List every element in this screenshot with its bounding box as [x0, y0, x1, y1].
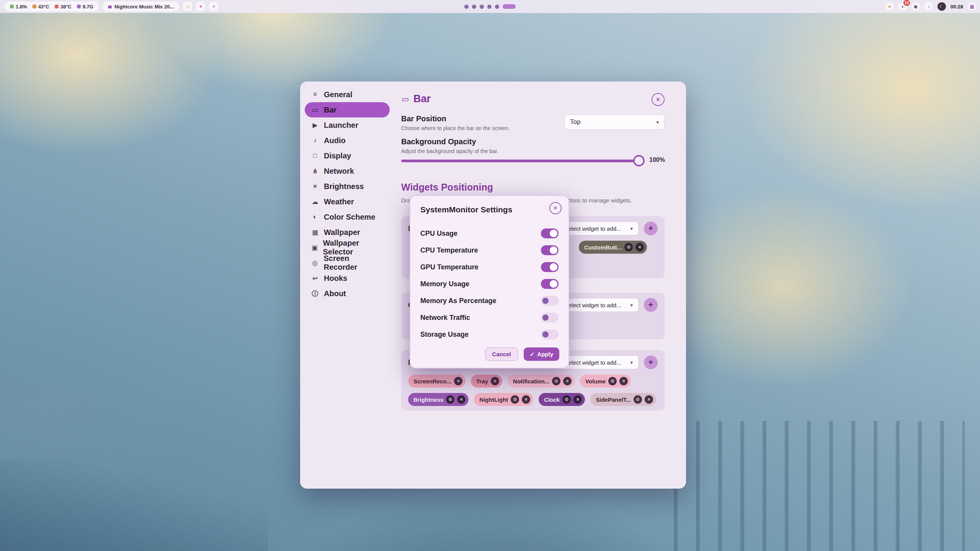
widget-chip[interactable]: SidePanelT... ⚙ ×	[590, 393, 656, 406]
widget-chip[interactable]: Brightness ⚙ ×	[408, 393, 469, 406]
sidebar-item-wallpaper-selector[interactable]: ▣ Wallpaper Selector	[305, 240, 390, 255]
widget-settings-icon[interactable]: ⚙	[624, 243, 633, 251]
widget-settings-icon[interactable]: ⚙	[511, 395, 519, 404]
media-player-widget[interactable]: ▮▮ Nightcore Music Mix 20...	[103, 2, 179, 11]
volume-icon[interactable]: ♪	[924, 2, 933, 11]
widget-chip[interactable]: Tray ×	[471, 375, 502, 388]
smiley-quick-icon[interactable]: ☺	[183, 2, 192, 11]
widget-chip[interactable]: CustomButt... ⚙ ×	[579, 241, 647, 254]
sidebar-item-network[interactable]: ⋔ Network	[305, 163, 390, 179]
settings-sidebar: ≡ General ▭ Bar ▶ Launcher ♪ Audio □ Dis…	[305, 87, 390, 301]
opacity-slider-thumb[interactable]	[633, 155, 645, 166]
widget-settings-icon[interactable]: ⚙	[552, 377, 560, 385]
background-opacity-description: Adjust the background opacity of the bar…	[401, 148, 665, 154]
bar-icon: ▭	[401, 95, 410, 104]
heart2-quick-icon[interactable]: ♥	[209, 2, 218, 11]
sidebar-item-hooks[interactable]: ↩ Hooks	[305, 271, 390, 286]
sidebar-item-screen-recorder[interactable]: ◎ Screen Recorder	[305, 255, 390, 271]
bar-position-select[interactable]: Top ▾	[564, 114, 665, 130]
widgets-positioning-title: Widgets Positioning	[401, 182, 493, 193]
widget-settings-icon[interactable]: ⚙	[562, 395, 571, 404]
system-stats-module[interactable]: 1.8% 43°C 38°C 9.7G	[5, 2, 99, 11]
storage-usage-toggle[interactable]	[541, 329, 559, 339]
window-close-button[interactable]: ×	[652, 93, 665, 106]
widget-remove-icon[interactable]: ×	[619, 377, 628, 385]
add-widget-button[interactable]: +	[644, 222, 658, 235]
notifications-bell-icon[interactable]: ◗ 10	[898, 2, 907, 11]
widget-settings-icon[interactable]: ⚙	[634, 395, 642, 404]
bar-position-value: Top	[570, 118, 580, 126]
widget-chip[interactable]: Clock ⚙ ×	[539, 393, 585, 406]
widget-remove-icon[interactable]: ×	[563, 377, 572, 385]
sidebar-item-brightness[interactable]: ☀ Brightness	[305, 179, 390, 194]
workspace-dot[interactable]	[464, 5, 469, 9]
sidebar-item-display[interactable]: □ Display	[305, 148, 390, 163]
add-widget-button[interactable]: +	[644, 298, 658, 312]
widget-remove-icon[interactable]: ×	[454, 377, 462, 385]
opacity-slider[interactable]	[401, 160, 643, 162]
widget-settings-icon[interactable]: ⚙	[608, 377, 617, 385]
workspace-dot[interactable]	[480, 5, 484, 9]
center-widgets-select[interactable]: Select widget to add... ▾	[559, 298, 639, 312]
sidebar-item-wallpaper[interactable]: ▦ Wallpaper	[305, 225, 390, 240]
workspace-dot[interactable]	[472, 5, 476, 9]
add-widget-button[interactable]: +	[644, 355, 658, 369]
sidebar-item-label: Hooks	[324, 274, 347, 283]
night-light-icon[interactable]: ☾	[938, 2, 946, 11]
widget-remove-icon[interactable]: ×	[635, 243, 644, 251]
sidebar-item-bar[interactable]: ▭ Bar	[305, 102, 390, 117]
workspace-active-pill[interactable]	[503, 4, 516, 9]
heart-quick-icon[interactable]: ♥	[196, 2, 205, 11]
speaker-icon: ♪	[311, 137, 319, 144]
screen-record-icon[interactable]: ◉	[911, 2, 920, 11]
toggle-row-cpu-usage: CPU Usage	[420, 225, 559, 242]
widget-remove-icon[interactable]: ×	[573, 395, 582, 404]
sidebar-item-color-scheme[interactable]: ◐ Color Scheme	[305, 209, 390, 225]
sidebar-item-label: Network	[324, 167, 354, 176]
camera-icon: ◎	[311, 259, 319, 267]
memory-as-percentage-toggle[interactable]	[541, 296, 559, 306]
widget-chip[interactable]: NightLight ⚙ ×	[474, 393, 533, 406]
monitor-icon: □	[311, 152, 319, 160]
sidebar-item-audio[interactable]: ♪ Audio	[305, 133, 390, 148]
widget-chip[interactable]: ScreenReco... ×	[408, 375, 466, 388]
apps-grid-icon[interactable]: ▦	[968, 2, 976, 11]
sidebar-item-label: Screen Recorder	[324, 254, 384, 272]
rocket-icon: ▶	[311, 121, 319, 129]
widget-chip-label: SidePanelT...	[596, 396, 631, 403]
widget-chip[interactable]: Volume ⚙ ×	[580, 375, 631, 388]
sun-icon: ☀	[311, 183, 319, 191]
sidebar-item-general[interactable]: ≡ General	[305, 87, 390, 102]
apply-button[interactable]: ✓ Apply	[524, 347, 559, 361]
widget-remove-icon[interactable]: ×	[457, 395, 466, 404]
widget-remove-icon[interactable]: ×	[522, 395, 530, 404]
sidebar-item-label: Audio	[324, 136, 346, 145]
sidebar-item-about[interactable]: ⓘ About	[305, 286, 390, 301]
sidebar-item-weather[interactable]: ☁ Weather	[305, 194, 390, 209]
widget-remove-icon[interactable]: ×	[491, 377, 499, 385]
images-icon: ▣	[311, 244, 318, 252]
toggle-row-gpu-temperature: GPU Temperature	[420, 259, 559, 276]
right-widgets-select[interactable]: Select widget to add... ▾	[559, 355, 639, 369]
cpu-usage-toggle[interactable]	[541, 228, 559, 238]
widget-chip[interactable]: Notification... ⚙ ×	[508, 375, 575, 388]
workspace-dot[interactable]	[495, 5, 499, 9]
gpu-temperature-toggle[interactable]	[541, 262, 559, 272]
pause-icon[interactable]: ▮▮	[108, 5, 111, 9]
workspace-indicator[interactable]	[464, 0, 516, 13]
widget-settings-icon[interactable]: ⚙	[446, 395, 454, 404]
sidebar-item-label: Wallpaper	[324, 228, 360, 237]
cpu-temp-stat: 43°C	[33, 4, 49, 10]
cloud-icon: ☁	[311, 198, 319, 206]
network-traffic-toggle[interactable]	[541, 313, 559, 323]
memory-usage-toggle[interactable]	[541, 279, 559, 289]
clock-label[interactable]: 00:28	[951, 4, 963, 10]
modal-close-button[interactable]: ×	[549, 202, 562, 214]
widget-remove-icon[interactable]: ×	[645, 395, 653, 404]
left-widgets-select[interactable]: Select widget to add... ▾	[559, 222, 639, 235]
color-picker-icon[interactable]: ●	[885, 2, 894, 11]
workspace-dot[interactable]	[487, 5, 492, 9]
cpu-temperature-toggle[interactable]	[541, 245, 559, 255]
cancel-button[interactable]: Cancel	[485, 347, 518, 361]
sidebar-item-launcher[interactable]: ▶ Launcher	[305, 117, 390, 133]
